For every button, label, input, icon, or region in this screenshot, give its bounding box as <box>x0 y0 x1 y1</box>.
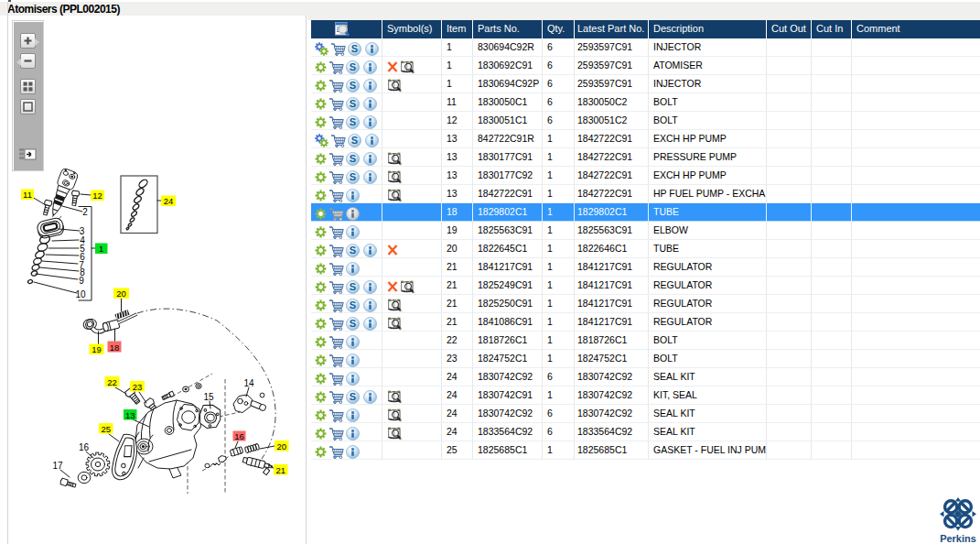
svg-text:11: 11 <box>23 190 32 200</box>
svg-text:16: 16 <box>79 442 90 452</box>
svg-text:13: 13 <box>125 410 135 420</box>
svg-text:20: 20 <box>276 441 286 452</box>
svg-text:17: 17 <box>52 461 63 471</box>
svg-text:23: 23 <box>133 382 143 392</box>
svg-text:1: 1 <box>99 244 103 254</box>
svg-text:9: 9 <box>79 276 84 286</box>
svg-text:19: 19 <box>92 344 102 354</box>
svg-text:22: 22 <box>107 377 117 387</box>
svg-text:14: 14 <box>243 378 254 388</box>
svg-text:12: 12 <box>92 190 102 201</box>
svg-text:25: 25 <box>101 424 111 434</box>
svg-text:15: 15 <box>203 392 214 402</box>
svg-text:10: 10 <box>75 289 86 299</box>
svg-text:20: 20 <box>116 288 126 299</box>
svg-text:24: 24 <box>164 196 174 206</box>
svg-text:2: 2 <box>82 207 88 217</box>
svg-text:21: 21 <box>275 465 285 475</box>
svg-text:Perkins: Perkins <box>940 533 976 544</box>
svg-text:18: 18 <box>110 343 120 353</box>
svg-text:16: 16 <box>234 431 244 441</box>
